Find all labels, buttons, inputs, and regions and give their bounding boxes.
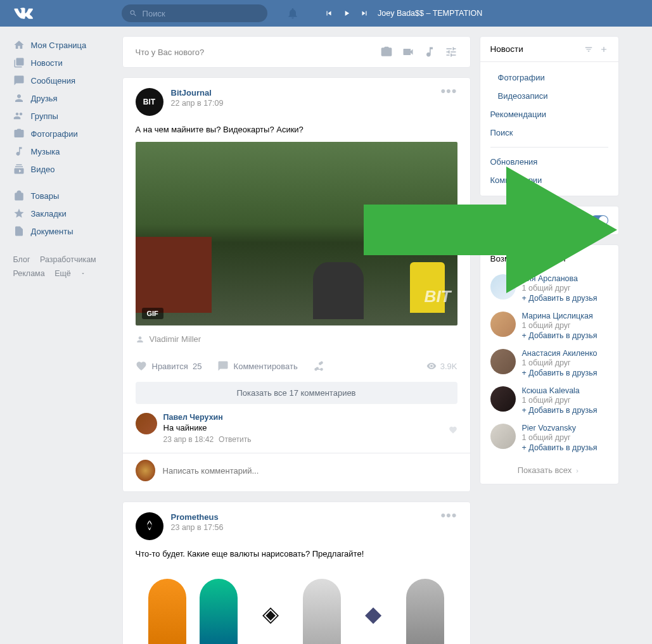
post-menu-icon[interactable]: •••	[440, 512, 457, 540]
vk-logo-icon[interactable]	[14, 4, 33, 23]
comment-like[interactable]	[449, 413, 457, 444]
camera-icon[interactable]	[380, 46, 393, 58]
share-button[interactable]	[313, 360, 329, 372]
add-friend-link[interactable]: + Добавить в друзья	[522, 369, 598, 377]
news-icon	[13, 57, 25, 68]
post-author[interactable]: BitJournal	[171, 88, 441, 98]
comment-input[interactable]	[123, 453, 470, 491]
nav-my-page[interactable]: Моя Страница	[13, 36, 113, 54]
search-field[interactable]	[143, 9, 260, 18]
footer-blog[interactable]: Блог	[13, 253, 30, 267]
footer-dev[interactable]: Разработчикам	[40, 253, 96, 267]
current-song[interactable]: Joey Bada$$ – TEMPTATION	[378, 9, 482, 18]
add-friend-link[interactable]: + Добавить в друзья	[522, 443, 598, 452]
friend-avatar[interactable]	[490, 424, 516, 449]
post-menu-icon[interactable]: •••	[440, 88, 457, 116]
goods-icon	[13, 190, 25, 201]
friend-avatar[interactable]	[490, 312, 516, 337]
next-track-icon[interactable]	[360, 9, 369, 18]
show-all-comments[interactable]: Показать все 17 комментариев	[136, 382, 457, 404]
share-icon	[313, 360, 324, 372]
post-date: 22 апр в 17:09	[171, 99, 441, 108]
friend-item: Марина Цислицкая 1 общий друг + Добавить…	[480, 307, 618, 344]
nav-news[interactable]: Новости	[13, 54, 113, 72]
friend-name[interactable]: Pier Vozvansky	[522, 424, 598, 432]
post-1: BIT BitJournal 22 апр в 17:09 ••• А на ч…	[122, 77, 471, 492]
comment-avatar[interactable]	[136, 413, 157, 434]
notifications-icon[interactable]	[286, 7, 299, 20]
home-icon	[13, 39, 25, 51]
music-attach-icon[interactable]	[423, 46, 436, 58]
right-sidebar: Новости Фотографии Видеозаписи Рекоменда…	[480, 36, 619, 644]
friend-avatar[interactable]	[490, 386, 516, 412]
comment-text: На чайнике	[163, 423, 449, 432]
nav-friends[interactable]: Друзья	[13, 89, 113, 107]
post-avatar[interactable]	[136, 512, 163, 540]
nav-groups[interactable]: Группы	[13, 107, 113, 125]
groups-icon	[13, 110, 25, 122]
like-button[interactable]: Нравится 25	[136, 360, 202, 372]
add-friend-link[interactable]: + Добавить в друзья	[522, 294, 598, 303]
messages-icon	[13, 75, 25, 86]
post-linked-user[interactable]: Vladimir Miller	[123, 325, 470, 353]
friend-item: Pier Vozvansky 1 общий друг + Добавить в…	[480, 419, 618, 457]
nav-goods[interactable]: Товары	[13, 187, 113, 205]
add-icon[interactable]	[599, 45, 608, 54]
nav-photos[interactable]: Фотографии	[13, 125, 113, 142]
friends-icon	[13, 92, 25, 104]
friend-mutual: 1 общий друг	[522, 396, 598, 405]
post-composer[interactable]: Что у Вас нового?	[122, 36, 471, 68]
rnav-photos[interactable]: Фотографии	[480, 68, 618, 87]
post-text: А на чем майните вы? Видеокарты? Асики?	[123, 122, 470, 142]
friend-mutual: 1 общий друг	[522, 321, 598, 330]
my-avatar	[136, 460, 155, 481]
video-icon	[13, 163, 25, 175]
main-feed: Что у Вас нового? BIT BitJournal 22 апр …	[122, 36, 471, 644]
show-all-friends[interactable]: Показать всех	[480, 457, 618, 484]
nav-music[interactable]: Музыка	[13, 142, 113, 160]
friend-avatar[interactable]	[490, 349, 516, 374]
left-sidebar: Моя Страница Новости Сообщения Друзья Гр…	[10, 36, 113, 644]
comment-field[interactable]	[163, 466, 457, 476]
play-icon[interactable]	[342, 9, 351, 18]
nav-video[interactable]: Видео	[13, 160, 113, 178]
settings-icon[interactable]	[445, 46, 457, 58]
heart-small-icon	[449, 426, 457, 434]
nav-messages[interactable]: Сообщения	[13, 72, 113, 89]
add-friend-link[interactable]: + Добавить в друзья	[522, 406, 598, 415]
arrow-overlay-icon	[364, 167, 617, 293]
user-small-icon	[136, 335, 144, 344]
search-icon	[129, 9, 137, 18]
reply-link[interactable]: Ответить	[219, 435, 251, 444]
gif-badge: GIF	[142, 308, 163, 319]
music-icon	[13, 146, 25, 157]
comment-item: Павел Черухин На чайнике 23 апр в 18:42О…	[123, 412, 470, 450]
nav-bookmarks[interactable]: Закладки	[13, 205, 113, 222]
chevron-right-icon	[574, 468, 580, 474]
filter-icon[interactable]	[584, 45, 593, 54]
rnav-videos[interactable]: Видеозаписи	[480, 87, 618, 105]
video-attach-icon[interactable]	[402, 46, 414, 58]
rnav-search[interactable]: Поиск	[480, 123, 618, 142]
rnav-recommend[interactable]: Рекомендации	[480, 105, 618, 123]
views-count: 3.9K	[426, 361, 457, 371]
footer-ads[interactable]: Реклама	[13, 267, 45, 281]
comment-button[interactable]: Комментировать	[217, 360, 298, 372]
comment-icon	[217, 360, 229, 372]
post-image[interactable]: ◈ ◆	[123, 566, 470, 644]
top-header: Joey Bada$$ – TEMPTATION	[0, 0, 652, 27]
footer-more[interactable]: Ещё	[54, 267, 86, 281]
prev-track-icon[interactable]	[324, 9, 333, 18]
friend-item: Анастасия Акиленко 1 общий друг + Добави…	[480, 344, 618, 382]
friend-mutual: 1 общий друг	[522, 433, 598, 442]
friend-name[interactable]: Анастасия Акиленко	[522, 349, 598, 358]
comment-author[interactable]: Павел Черухин	[163, 413, 449, 422]
add-friend-link[interactable]: + Добавить в друзья	[522, 331, 598, 340]
friend-name[interactable]: Ксюша Kalevala	[522, 386, 598, 395]
nav-docs[interactable]: Документы	[13, 222, 113, 240]
search-input[interactable]	[122, 4, 267, 22]
friend-name[interactable]: Марина Цислицкая	[522, 312, 598, 320]
post-avatar[interactable]: BIT	[136, 88, 163, 116]
heart-icon	[136, 360, 147, 372]
post-author[interactable]: Prometheus	[171, 512, 441, 522]
